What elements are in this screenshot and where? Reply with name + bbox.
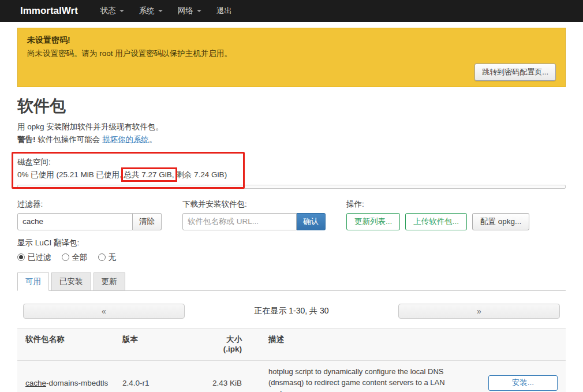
damage-system-link[interactable]: 损坏你的系统 — [102, 135, 149, 144]
description-line1: hotplug script to dynamically configure … — [268, 367, 472, 378]
table-row: cache-domains-mbedtls 2.4.0-r1 2.43 KiB … — [17, 361, 566, 392]
nav-item-label: 系统 — [139, 6, 155, 16]
package-tabs: 可用 已安装 更新 — [17, 272, 566, 291]
disk-usage-progressbar — [17, 185, 566, 189]
caret-down-icon — [197, 10, 201, 12]
actions-group: 操作: 更新列表... 上传软件包... 配置 opkg... — [346, 199, 529, 230]
filter-input[interactable] — [17, 213, 133, 230]
nav-item-logout[interactable]: 退出 — [209, 0, 240, 22]
disk-usage-after: 剩余 7.24 GiB) — [174, 170, 227, 179]
radio-label: 全部 — [72, 252, 88, 263]
annotation-rect-inner: 总共 7.27 GiB, — [124, 170, 174, 179]
download-group: 下载并安装软件包: 确认 — [182, 199, 326, 230]
radio-option-filtered[interactable]: 已过滤 — [17, 252, 51, 263]
header-description: 描述 — [246, 334, 477, 345]
description-ellipsis: ... — [289, 389, 295, 392]
header-package-name: 软件包名称 — [25, 334, 122, 345]
clear-filter-button[interactable]: 清除 — [133, 213, 162, 230]
package-size: 2.43 KiB — [189, 379, 246, 387]
radio-icon — [17, 253, 25, 261]
tab-installed[interactable]: 已安装 — [51, 272, 91, 291]
goto-password-config-button[interactable]: 跳转到密码配置页... — [474, 64, 556, 81]
pagination-prev-button[interactable]: « — [23, 304, 185, 319]
translation-label: 显示 LuCI 翻译包: — [17, 238, 566, 248]
translation-radio-row: 已过滤 全部 无 — [17, 252, 566, 263]
header-version: 版本 — [122, 334, 189, 345]
table-header-row: 软件包名称 版本 大小 (.ipk) 描述 — [17, 328, 566, 361]
package-name-rest: -domains-mbedtls — [46, 379, 108, 387]
description-line2: (dnsmasq) to redirect game content serve… — [268, 378, 472, 392]
main-content: 软件包 用 opkg 安装附加软件并升级现有软件包。 警告! 软件包操作可能会 … — [0, 95, 583, 392]
header-size-line1: 大小 — [189, 334, 242, 345]
disk-space-section: 磁盘空间: 0% 已使用 (25.21 MiB 已使用, 总共 7.27 GiB… — [17, 157, 566, 189]
actions-label: 操作: — [346, 199, 529, 210]
translation-filter-section: 显示 LuCI 翻译包: 已过滤 全部 无 — [17, 238, 566, 263]
nav-item-system[interactable]: 系统 — [132, 0, 170, 22]
install-button[interactable]: 安装... — [488, 375, 558, 391]
radio-option-none[interactable]: 无 — [98, 252, 117, 263]
warning-suffix: 。 — [149, 135, 157, 144]
alert-button-row: 跳转到密码配置页... — [27, 64, 556, 81]
brand-logo[interactable]: ImmortalWrt — [20, 5, 78, 17]
package-name-match: cache — [25, 379, 46, 387]
disk-usage-before: 0% 已使用 (25.21 MiB 已使用, — [17, 170, 124, 179]
page-intro: 用 opkg 安装附加软件并升级现有软件包。 — [17, 122, 566, 133]
package-description: hotplug script to dynamically configure … — [246, 367, 477, 392]
header-size-line2: (.ipk) — [189, 344, 242, 354]
radio-option-all[interactable]: 全部 — [62, 252, 88, 263]
package-action-cell: 安装... — [477, 375, 558, 391]
radio-icon — [98, 253, 106, 261]
nav-item-network[interactable]: 网络 — [170, 0, 209, 22]
password-alert-banner: 未设置密码! 尚未设置密码。请为 root 用户设置密码以保护主机并启用。 跳转… — [17, 28, 566, 87]
pagination-status: 正在显示 1-30, 共 30 — [190, 306, 393, 316]
nav-item-label: 状态 — [100, 6, 116, 16]
description-cache-link[interactable]: cache — [268, 389, 289, 392]
top-navbar: ImmortalWrt 状态 系统 网络 退出 — [0, 0, 583, 22]
alert-message: 尚未设置密码。请为 root 用户设置密码以保护主机并启用。 — [27, 48, 556, 59]
filter-label: 过滤器: — [17, 199, 162, 210]
disk-space-label: 磁盘空间: — [17, 157, 566, 167]
nav-item-label: 退出 — [216, 6, 232, 16]
pagination-bar: « 正在显示 1-30, 共 30 » — [17, 304, 566, 319]
package-version: 2.4.0-r1 — [122, 379, 189, 387]
download-ok-button[interactable]: 确认 — [297, 213, 326, 230]
package-name-link[interactable]: cache-domains-mbedtls — [25, 379, 122, 387]
actions-button-row: 更新列表... 上传软件包... 配置 opkg... — [346, 213, 529, 230]
download-url-input[interactable] — [182, 213, 297, 230]
nav-item-status[interactable]: 状态 — [93, 0, 132, 22]
filter-group: 过滤器: 清除 — [17, 199, 162, 230]
upload-package-button[interactable]: 上传软件包... — [405, 213, 467, 230]
description-line2-text: (dnsmasq) to redirect game content serve… — [268, 378, 445, 387]
pagination-next-button[interactable]: » — [398, 304, 560, 319]
radio-icon — [62, 253, 69, 261]
tab-updates[interactable]: 更新 — [94, 272, 125, 291]
alert-title: 未设置密码! — [27, 35, 556, 46]
controls-row: 过滤器: 清除 下载并安装软件包: 确认 操作: 更新列表... 上传软件包..… — [17, 199, 566, 230]
nav-item-label: 网络 — [178, 6, 193, 16]
warning-bold: 警告! — [17, 135, 36, 144]
download-input-group: 确认 — [182, 213, 326, 230]
caret-down-icon — [119, 10, 124, 12]
radio-label: 已过滤 — [28, 252, 51, 263]
page-title: 软件包 — [17, 95, 566, 117]
package-table: 软件包名称 版本 大小 (.ipk) 描述 cache-domains-mbed… — [17, 328, 566, 392]
filter-input-group: 清除 — [17, 213, 162, 230]
tab-available[interactable]: 可用 — [17, 272, 49, 291]
disk-usage-text: 0% 已使用 (25.21 MiB 已使用, 总共 7.27 GiB, 剩余 7… — [17, 170, 566, 180]
download-label: 下载并安装软件包: — [182, 199, 326, 210]
caret-down-icon — [158, 10, 163, 12]
configure-opkg-button[interactable]: 配置 opkg... — [472, 213, 529, 230]
radio-label: 无 — [109, 252, 117, 263]
warning-text: 软件包操作可能会 — [36, 135, 103, 144]
header-size: 大小 (.ipk) — [189, 334, 246, 354]
update-lists-button[interactable]: 更新列表... — [346, 213, 400, 230]
warning-line: 警告! 软件包操作可能会 损坏你的系统。 — [17, 135, 566, 145]
